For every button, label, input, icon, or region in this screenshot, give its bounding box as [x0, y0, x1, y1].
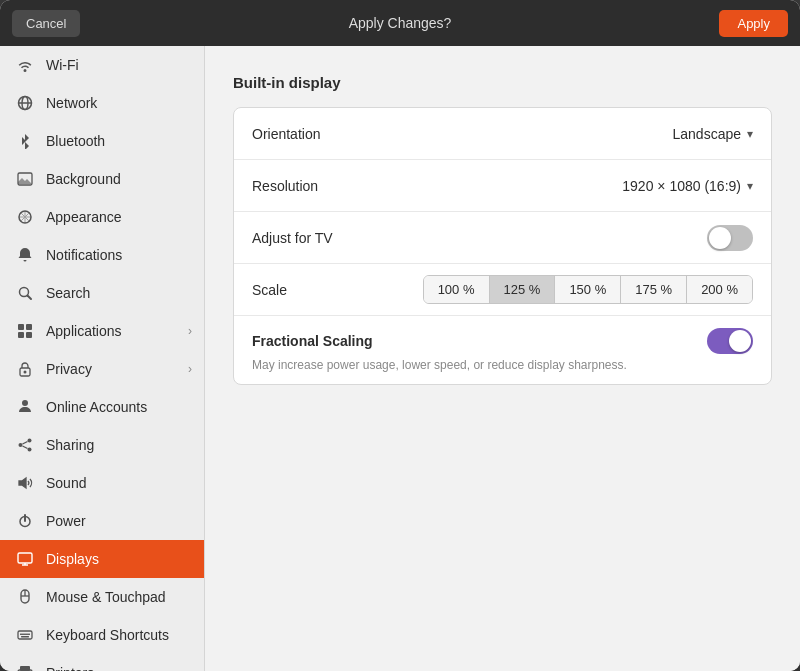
sidebar-item-power[interactable]: Power	[0, 502, 204, 540]
sidebar-item-label-mouse: Mouse & Touchpad	[46, 589, 166, 605]
sidebar-item-label-bluetooth: Bluetooth	[46, 133, 105, 149]
scale-label: Scale	[252, 282, 423, 298]
sidebar-item-label-wifi: Wi-Fi	[46, 57, 79, 73]
svg-rect-7	[18, 324, 24, 330]
sidebar-item-privacy[interactable]: Privacy›	[0, 350, 204, 388]
titlebar: Cancel Apply Changes? Apply	[0, 0, 800, 46]
main-area: Built-in display Orientation Landscape ▾…	[205, 46, 800, 671]
fractional-title: Fractional Scaling	[252, 333, 707, 349]
orientation-row: Orientation Landscape ▾	[234, 108, 771, 160]
svg-rect-31	[26, 634, 28, 636]
sidebar-item-label-sound: Sound	[46, 475, 86, 491]
sidebar-item-label-appearance: Appearance	[46, 209, 122, 225]
sidebar-item-mouse[interactable]: Mouse & Touchpad	[0, 578, 204, 616]
adjust-tv-row: Adjust for TV	[234, 212, 771, 264]
settings-card: Orientation Landscape ▾ Resolution 1920 …	[233, 107, 772, 385]
bluetooth-icon	[16, 132, 34, 150]
svg-point-14	[19, 443, 23, 447]
scale-btn-175%[interactable]: 175 %	[621, 276, 687, 303]
sidebar-item-sharing[interactable]: Sharing	[0, 426, 204, 464]
appearance-icon	[16, 208, 34, 226]
titlebar-right: Apply	[719, 10, 788, 37]
svg-line-6	[28, 296, 32, 300]
sidebar-item-network[interactable]: Network	[0, 84, 204, 122]
svg-point-13	[28, 439, 32, 443]
sidebar-item-label-displays: Displays	[46, 551, 99, 567]
sidebar-item-label-applications: Applications	[46, 323, 122, 339]
wifi-icon	[16, 56, 34, 74]
sidebar-item-notifications[interactable]: Notifications	[0, 236, 204, 274]
svg-rect-20	[18, 553, 32, 563]
svg-rect-28	[24, 634, 26, 636]
svg-rect-32	[21, 636, 29, 638]
svg-rect-30	[22, 634, 24, 636]
online-accounts-icon	[16, 398, 34, 416]
keyboard-icon	[16, 626, 34, 644]
sidebar-item-sound[interactable]: Sound	[0, 464, 204, 502]
svg-rect-8	[26, 324, 32, 330]
resolution-value: 1920 × 1080 (16:9)	[622, 178, 741, 194]
settings-window: Cancel Apply Changes? Apply Wi-FiNetwork…	[0, 0, 800, 671]
svg-point-12	[24, 371, 27, 374]
svg-line-17	[23, 446, 28, 449]
sound-icon	[16, 474, 34, 492]
orientation-dropdown[interactable]: Landscape ▾	[672, 126, 753, 142]
sidebar-item-label-printers: Printers	[46, 665, 94, 671]
fractional-scaling-row: Fractional Scaling May increase power us…	[234, 316, 771, 384]
sidebar-item-appearance[interactable]: Appearance	[0, 198, 204, 236]
sidebar-item-label-keyboard: Keyboard Shortcuts	[46, 627, 169, 643]
privacy-icon	[16, 360, 34, 378]
chevron-right-icon: ›	[188, 324, 192, 338]
sidebar-item-background[interactable]: Background	[0, 160, 204, 198]
sidebar-item-label-online-accounts: Online Accounts	[46, 399, 147, 415]
sidebar: Wi-FiNetworkBluetoothBackgroundAppearanc…	[0, 46, 205, 671]
scale-btn-100%[interactable]: 100 %	[424, 276, 490, 303]
scale-btn-125%[interactable]: 125 %	[490, 276, 556, 303]
sidebar-item-keyboard[interactable]: Keyboard Shortcuts	[0, 616, 204, 654]
section-title: Built-in display	[233, 74, 772, 91]
scale-buttons: 100 %125 %150 %175 %200 %	[423, 275, 753, 304]
resolution-arrow-icon: ▾	[747, 179, 753, 193]
sidebar-item-label-privacy: Privacy	[46, 361, 92, 377]
fractional-description: May increase power usage, lower speed, o…	[252, 358, 627, 372]
sharing-icon	[16, 436, 34, 454]
titlebar-left: Cancel	[12, 10, 80, 37]
scale-btn-150%[interactable]: 150 %	[555, 276, 621, 303]
scale-row: Scale 100 %125 %150 %175 %200 %	[234, 264, 771, 316]
sidebar-item-displays[interactable]: Displays	[0, 540, 204, 578]
network-icon	[16, 94, 34, 112]
cancel-button[interactable]: Cancel	[12, 10, 80, 37]
sidebar-item-label-search: Search	[46, 285, 90, 301]
scale-btn-200%[interactable]: 200 %	[687, 276, 752, 303]
fractional-header: Fractional Scaling	[252, 328, 753, 354]
sidebar-item-wifi[interactable]: Wi-Fi	[0, 46, 204, 84]
resolution-row: Resolution 1920 × 1080 (16:9) ▾	[234, 160, 771, 212]
background-icon	[16, 170, 34, 188]
adjust-tv-label: Adjust for TV	[252, 230, 707, 246]
resolution-dropdown[interactable]: 1920 × 1080 (16:9) ▾	[622, 178, 753, 194]
adjust-tv-toggle[interactable]	[707, 225, 753, 251]
notifications-icon	[16, 246, 34, 264]
sidebar-item-label-notifications: Notifications	[46, 247, 122, 263]
orientation-label: Orientation	[252, 126, 672, 142]
svg-rect-29	[28, 634, 30, 636]
applications-icon	[16, 322, 34, 340]
sidebar-item-printers[interactable]: Printers	[0, 654, 204, 671]
sidebar-item-online-accounts[interactable]: Online Accounts	[0, 388, 204, 426]
orientation-value: Landscape	[672, 126, 741, 142]
sidebar-item-search[interactable]: Search	[0, 274, 204, 312]
sidebar-item-bluetooth[interactable]: Bluetooth	[0, 122, 204, 160]
sidebar-item-applications[interactable]: Applications›	[0, 312, 204, 350]
sidebar-item-label-network: Network	[46, 95, 97, 111]
sidebar-item-label-background: Background	[46, 171, 121, 187]
sidebar-item-label-sharing: Sharing	[46, 437, 94, 453]
svg-rect-9	[18, 332, 24, 338]
apply-button[interactable]: Apply	[719, 10, 788, 37]
svg-rect-10	[26, 332, 32, 338]
chevron-right-icon: ›	[188, 362, 192, 376]
printers-icon	[16, 664, 34, 671]
svg-point-15	[28, 448, 32, 452]
sidebar-item-label-power: Power	[46, 513, 86, 529]
content-area: Wi-FiNetworkBluetoothBackgroundAppearanc…	[0, 46, 800, 671]
fractional-scaling-toggle[interactable]	[707, 328, 753, 354]
